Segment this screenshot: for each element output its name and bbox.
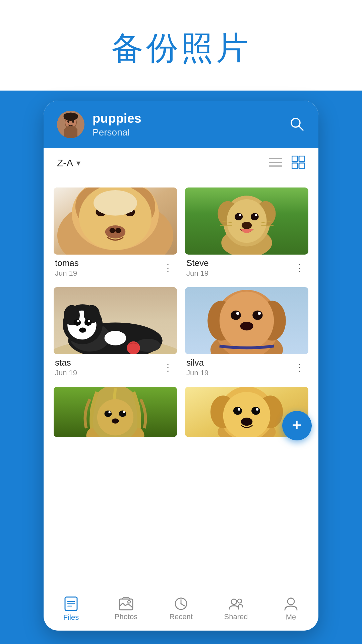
sidebar-item-shared[interactable]: Shared	[208, 587, 263, 631]
svg-point-77	[97, 399, 133, 435]
content-area: tomas Jun 19 ⋮	[44, 178, 318, 584]
svg-point-91	[238, 408, 240, 411]
photo-thumbnail[interactable]	[185, 187, 308, 255]
svg-point-24	[105, 225, 126, 238]
sort-label: Z-A	[57, 157, 73, 169]
photo-thumbnail[interactable]	[185, 287, 308, 354]
svg-point-41	[255, 214, 257, 216]
svg-rect-15	[292, 163, 298, 169]
photo-date: Jun 19	[55, 269, 79, 278]
svg-point-37	[227, 199, 266, 243]
svg-point-57	[77, 320, 79, 322]
fab-icon: +	[292, 416, 302, 434]
list-view-button[interactable]	[269, 157, 282, 169]
svg-point-42	[242, 222, 252, 229]
photo-more-button[interactable]: ⋮	[292, 261, 307, 275]
photo-details: silva Jun 19	[186, 358, 208, 377]
recent-icon	[174, 597, 188, 610]
photo-grid: tomas Jun 19 ⋮	[54, 187, 308, 437]
sidebar-item-me[interactable]: Me	[263, 587, 318, 631]
nav-label-me: Me	[286, 613, 296, 622]
svg-rect-16	[299, 163, 305, 169]
photo-name: Steve	[186, 258, 209, 268]
photo-date: Jun 19	[186, 269, 209, 278]
header-info: puppies Personal	[93, 111, 280, 138]
toolbar: Z-A ▾	[44, 148, 318, 178]
svg-line-99	[181, 604, 184, 606]
sidebar-item-recent[interactable]: Recent	[154, 587, 208, 631]
list-icon	[269, 157, 282, 168]
svg-point-102	[288, 598, 294, 605]
nav-label-files: Files	[63, 613, 79, 622]
svg-point-69	[231, 311, 241, 320]
svg-point-38	[235, 213, 243, 220]
svg-point-25	[110, 228, 115, 233]
svg-point-82	[112, 418, 119, 423]
phone-card: puppies Personal Z-A ▾	[44, 101, 318, 631]
fab-button[interactable]: +	[282, 411, 312, 440]
svg-point-60	[105, 331, 126, 345]
me-icon	[284, 597, 298, 611]
page-title: 备份照片	[111, 30, 251, 66]
photo-thumbnail[interactable]	[54, 387, 177, 437]
sidebar-item-photos[interactable]: Photos	[99, 587, 154, 631]
svg-point-92	[256, 408, 259, 411]
svg-point-80	[108, 411, 110, 413]
nav-label-photos: Photos	[115, 612, 138, 621]
svg-point-93	[241, 418, 253, 426]
sort-arrow-icon: ▾	[76, 158, 80, 168]
grid-view-button[interactable]	[292, 156, 305, 170]
sort-button[interactable]: Z-A ▾	[57, 157, 80, 169]
photos-icon	[119, 597, 133, 610]
svg-point-73	[240, 322, 253, 330]
svg-rect-14	[299, 156, 305, 162]
photo-thumbnail[interactable]	[54, 187, 177, 255]
svg-point-88	[223, 392, 270, 437]
nav-label-shared: Shared	[224, 612, 248, 621]
photo-details: tomas Jun 19	[55, 258, 79, 278]
photo-more-button[interactable]: ⋮	[161, 261, 176, 275]
svg-point-39	[251, 213, 259, 220]
svg-point-100	[231, 599, 237, 604]
svg-point-96	[128, 600, 130, 603]
nav-label-recent: Recent	[169, 612, 193, 621]
photo-date: Jun 19	[186, 369, 208, 377]
photo-info: tomas Jun 19 ⋮	[54, 255, 177, 279]
grid-icon	[292, 156, 305, 169]
list-item: tomas Jun 19 ⋮	[54, 187, 177, 279]
svg-point-26	[115, 228, 121, 233]
photo-more-button[interactable]: ⋮	[161, 361, 176, 374]
photo-thumbnail[interactable]	[54, 287, 177, 354]
svg-point-79	[119, 411, 126, 417]
search-button[interactable]	[288, 115, 305, 133]
photo-info: silva Jun 19 ⋮	[185, 354, 308, 379]
avatar	[57, 111, 84, 138]
svg-rect-13	[292, 156, 298, 162]
list-item: silva Jun 19 ⋮	[185, 287, 308, 379]
svg-point-56	[84, 319, 92, 326]
svg-point-70	[252, 311, 262, 320]
svg-point-55	[74, 319, 81, 326]
photo-info: Steve Jun 19 ⋮	[185, 255, 308, 279]
svg-point-81	[123, 411, 125, 413]
app-header: puppies Personal	[44, 101, 318, 148]
folder-name: puppies	[93, 111, 280, 126]
photo-more-button[interactable]: ⋮	[292, 361, 307, 374]
svg-point-72	[258, 312, 261, 315]
svg-point-68	[220, 291, 274, 350]
photo-name: stas	[55, 358, 77, 368]
list-item	[54, 387, 177, 437]
search-icon	[288, 115, 305, 132]
photo-name: tomas	[55, 258, 79, 268]
svg-point-58	[88, 320, 90, 322]
svg-point-101	[238, 599, 242, 603]
svg-point-90	[251, 407, 260, 415]
sidebar-item-files[interactable]: Files	[44, 587, 99, 631]
photo-date: Jun 19	[55, 369, 77, 377]
svg-point-59	[79, 328, 86, 333]
svg-point-71	[236, 312, 239, 315]
svg-line-9	[299, 126, 303, 130]
files-icon	[64, 596, 78, 611]
list-item: Steve Jun 19 ⋮	[185, 187, 308, 279]
bottom-nav: Files Photos Recent	[44, 587, 318, 631]
